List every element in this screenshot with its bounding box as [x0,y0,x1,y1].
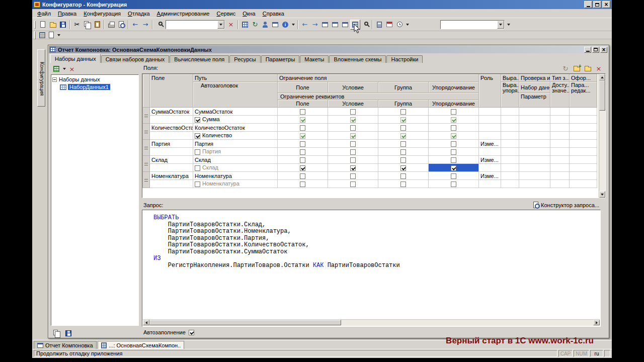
restriction-cell[interactable] [278,124,328,132]
restriction-cell[interactable] [378,132,429,140]
dropdown-icon[interactable] [61,64,67,73]
tree-item-dataset1[interactable]: НаборДанных1 [60,84,137,90]
checkbox[interactable] [400,117,406,123]
empty-cell[interactable] [550,108,570,116]
empty-cell[interactable] [550,124,570,132]
menu-item-7[interactable]: Справка [259,10,288,18]
empty-cell[interactable] [570,172,597,180]
col-field-restriction[interactable]: Ограничение поля [278,74,479,82]
restriction-cell[interactable] [278,164,328,172]
role-cell[interactable] [479,132,501,140]
empty-cell[interactable] [550,172,570,180]
calculator-icon[interactable] [374,20,384,30]
col-attr-condition[interactable]: Условие [328,100,378,108]
scroll-down-icon[interactable] [599,191,605,198]
search-results-icon[interactable] [360,20,370,30]
timer-icon[interactable] [394,20,405,30]
empty-cell[interactable] [519,180,550,188]
checkbox[interactable] [300,117,305,123]
dcs-minimize-button[interactable] [584,47,591,53]
field-path-cell[interactable]: Партия [193,140,278,148]
dcs-maximize-button[interactable] [592,47,599,53]
checkbox[interactable] [300,109,305,115]
find-icon[interactable] [154,20,165,30]
col-field[interactable]: Поле [150,74,193,108]
bookmarks-icon[interactable] [330,20,340,30]
role-cell[interactable]: Изме... [479,156,501,164]
back-icon[interactable]: ← [300,20,310,30]
calendar-icon[interactable] [384,20,394,30]
copy-icon[interactable] [82,20,92,30]
checkbox[interactable] [300,182,305,187]
restriction-cell[interactable] [429,180,479,188]
collapse-icon[interactable] [52,77,57,82]
field-path-cell[interactable]: СуммаОстаток [193,108,278,116]
restriction-cell[interactable] [328,148,378,156]
role-cell[interactable] [479,116,501,124]
tree-root[interactable]: Наборы данных [52,76,137,82]
empty-cell[interactable] [150,116,193,124]
empty-cell[interactable] [570,164,597,172]
save-icon[interactable] [58,20,68,30]
dropdown-icon[interactable] [290,20,296,29]
restriction-cell[interactable] [278,116,328,124]
print-preview-icon[interactable] [116,20,126,30]
checkbox[interactable] [350,165,356,171]
new-document-icon[interactable] [38,20,48,30]
checkbox[interactable] [195,165,200,171]
empty-cell[interactable] [570,140,597,148]
empty-cell[interactable] [501,140,519,148]
restriction-cell[interactable] [429,132,479,140]
tab-6[interactable]: Вложенные схемы [329,55,386,63]
restriction-cell[interactable] [328,172,378,180]
col-parameter[interactable]: Параметр [519,93,550,108]
checkbox[interactable] [350,133,356,139]
empty-cell[interactable] [150,164,193,172]
tab-1[interactable]: Связи наборов данных [101,55,170,63]
checkbox[interactable] [451,125,456,131]
delete-field-icon[interactable]: × [594,63,604,73]
menu-item-3[interactable]: Отладка [124,10,153,18]
role-cell[interactable]: Изме... [479,140,501,148]
empty-cell[interactable] [501,124,519,132]
checkbox[interactable] [195,149,200,155]
checkbox[interactable] [350,117,356,123]
taskbar-tab-1[interactable]: ...: ОсновнаяСхемаКомпон... [98,341,184,349]
field-name-cell[interactable]: КоличествоОста... [150,124,193,132]
checkbox[interactable] [350,141,356,147]
clear-search-icon[interactable]: × [226,20,236,30]
checkbox[interactable] [400,109,406,115]
checkbox[interactable] [350,109,356,115]
checkbox[interactable] [400,141,406,147]
restriction-cell[interactable] [378,156,429,164]
configuration-panel-icon[interactable] [38,31,47,39]
window-combo[interactable] [440,20,505,29]
dcs-close-button[interactable] [600,47,607,53]
empty-cell[interactable] [501,132,519,140]
checkbox[interactable] [400,173,406,179]
scroll-up-icon[interactable] [599,74,605,80]
col-role[interactable]: Роль [479,74,501,108]
combo-dropdown-button[interactable] [217,21,224,29]
checkbox[interactable] [300,165,305,171]
checkbox[interactable] [350,182,356,187]
users-icon[interactable] [260,20,270,30]
checkbox[interactable] [195,133,200,139]
delete-dataset-icon[interactable]: × [67,64,77,74]
row-selector[interactable] [143,156,150,172]
tab-5[interactable]: Макеты [300,55,329,63]
col-restr-field[interactable]: Поле [278,82,328,93]
menu-item-2[interactable]: Конфигурация [80,10,124,18]
empty-cell[interactable] [501,156,519,164]
datasets-tree[interactable]: Наборы данных НаборДанных1 [51,74,139,326]
restriction-cell[interactable] [429,108,479,116]
empty-cell[interactable] [519,124,550,132]
scroll-right-icon[interactable] [593,320,600,325]
autoheader-cell[interactable]: Партия [193,148,278,156]
empty-cell[interactable] [150,148,193,156]
empty-cell[interactable] [501,108,519,116]
restriction-cell[interactable] [378,140,429,148]
toolbar-grip[interactable] [34,21,36,29]
empty-cell[interactable] [550,180,570,188]
col-design[interactable]: Офор... [570,74,597,82]
